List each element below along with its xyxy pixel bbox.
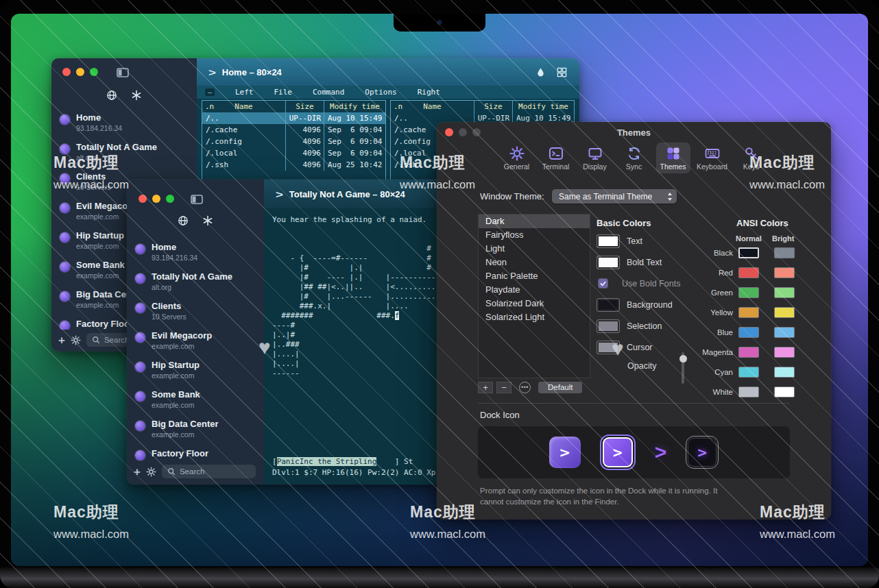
ansi-red-bright-swatch[interactable] [774,267,795,278]
column-header-time[interactable]: Modify time [324,101,385,112]
server-list-item[interactable]: Home93.184.216.34 [127,238,264,268]
column-header-time[interactable]: Modify time [512,101,574,112]
ansi-black-bright-swatch[interactable] [774,247,795,258]
menu-item-options[interactable]: Options [365,88,396,97]
opacity-slider[interactable] [682,352,684,384]
tab-themes[interactable]: Themes [656,143,690,173]
minimize-button[interactable] [459,128,467,136]
theme-item[interactable]: Playdate [479,283,590,297]
close-button[interactable] [62,68,71,76]
tab-keyboard[interactable]: Keyboard [695,143,730,173]
menu-item-command[interactable]: Command [313,88,344,97]
server-list-item[interactable]: Evil Megacorpexample.com [127,327,264,356]
search-input[interactable]: Search [162,465,256,478]
ansi-cyan-normal-swatch[interactable] [738,367,759,378]
file-row[interactable]: /.ssh4096Aug 25 10:42 [202,159,385,171]
color-well-cursor[interactable] [597,341,620,354]
dock-icon-option-3[interactable]: > [655,441,667,464]
ansi-yellow-normal-swatch[interactable] [738,307,759,318]
menu-collapse-icon[interactable]: – [205,88,215,96]
use-bold-fonts-checkbox[interactable] [598,278,608,289]
tab-sync[interactable]: Sync [617,143,651,173]
server-list-item[interactable]: Big Data Centerexample.com [127,415,264,445]
file-row[interactable]: /..UP--DIRAug 10 15:49 [202,112,385,124]
tab-keys[interactable]: Keys [734,143,769,173]
zoom-button[interactable] [166,195,174,203]
theme-item[interactable]: Panic Palette [479,269,590,283]
color-well-background[interactable] [597,298,620,312]
theme-item[interactable]: Fairyfloss [479,228,590,242]
theme-item[interactable]: Dark [479,215,590,228]
theme-actions-button[interactable]: ••• [519,382,531,393]
globe-icon[interactable] [106,90,117,101]
server-list-item[interactable]: Clients10 Servers [127,297,264,327]
close-button[interactable] [445,128,453,136]
ansi-green-normal-swatch[interactable] [738,287,759,298]
default-theme-button[interactable]: Default [538,382,582,393]
column-header-size[interactable]: Size [285,101,324,112]
sync-icon [627,146,642,161]
color-well-bold-text[interactable] [597,256,620,269]
menu-item-right[interactable]: Right [418,88,440,97]
titlebar[interactable]: > Home – 80×24 [197,58,579,86]
ansi-green-bright-swatch[interactable] [774,287,795,298]
color-well-selection[interactable] [597,319,620,333]
file-row[interactable]: /.cache4096Sep 6 09:04 [202,124,385,136]
dock-icon-option-1[interactable]: > [549,437,581,468]
search-icon [167,467,176,476]
sidebar-toggle-icon[interactable] [191,195,203,204]
ansi-white-normal-swatch[interactable] [738,387,759,397]
tile-grid-icon[interactable] [557,67,567,77]
settings-gear-icon[interactable] [146,467,156,477]
server-list-item[interactable]: Totally Not A Gamealt.org [127,268,264,297]
ansi-black-normal-swatch[interactable] [738,247,759,258]
ansi-white-bright-swatch[interactable] [774,387,795,397]
dock-icon-option-2[interactable]: > [600,434,636,470]
server-list-item[interactable]: Totally Not A Gamealt.org [51,138,197,168]
theme-item[interactable]: Solarized Light [479,310,590,324]
globe-icon[interactable] [178,215,189,226]
tab-display[interactable]: Display [578,143,612,173]
remove-theme-button[interactable]: − [496,382,511,393]
tab-general[interactable]: General [500,143,534,173]
zoom-button[interactable] [90,68,98,76]
window-theme-popup[interactable]: Same as Terminal Theme [552,189,677,204]
menu-item-left[interactable]: Left [235,88,254,97]
menu-item-file[interactable]: File [274,88,293,97]
file-row[interactable]: /.config4096Sep 6 09:04 [202,136,385,147]
column-header-name[interactable]: .nName [391,101,474,112]
server-list-item[interactable]: Factory Floorexample.com [127,445,264,461]
theme-item[interactable]: Solarized Dark [479,297,590,310]
ansi-magenta-normal-swatch[interactable] [738,347,759,358]
ansi-blue-normal-swatch[interactable] [738,327,759,338]
color-well-text[interactable] [597,234,620,248]
server-list-item[interactable]: Home93.184.216.34 [51,109,197,138]
minimize-button[interactable] [76,68,84,76]
dock-icon-option-4[interactable]: > [686,436,719,469]
ansi-red-normal-swatch[interactable] [738,267,759,278]
titlebar[interactable]: Themes [437,122,831,143]
new-connection-icon[interactable] [202,215,213,226]
sidebar-toggle-icon[interactable] [117,68,129,77]
server-list-item[interactable]: Hip Startupexample.com [127,356,264,386]
column-header-size[interactable]: Size [474,101,512,112]
file-row[interactable]: /.local4096Sep 6 09:04 [202,147,385,159]
settings-gear-icon[interactable] [71,335,81,345]
theme-item[interactable]: Neon [479,256,590,269]
add-server-button[interactable]: + [134,466,141,478]
ansi-blue-bright-swatch[interactable] [774,327,795,338]
server-list-item[interactable]: Some Bankexample.com [127,386,264,415]
new-connection-icon[interactable] [131,90,142,101]
ansi-magenta-bright-swatch[interactable] [774,347,795,358]
add-server-button[interactable]: + [58,334,65,346]
ink-drop-icon[interactable] [535,67,546,77]
add-theme-button[interactable]: + [478,382,493,393]
ansi-yellow-bright-swatch[interactable] [774,307,795,318]
theme-item[interactable]: Light [479,242,590,256]
column-header-name[interactable]: .nName [202,101,285,112]
zoom-button[interactable] [472,128,481,136]
ansi-cyan-bright-swatch[interactable] [774,367,795,378]
close-button[interactable] [139,195,147,203]
minimize-button[interactable] [152,195,160,203]
tab-terminal[interactable]: Terminal [539,143,573,173]
